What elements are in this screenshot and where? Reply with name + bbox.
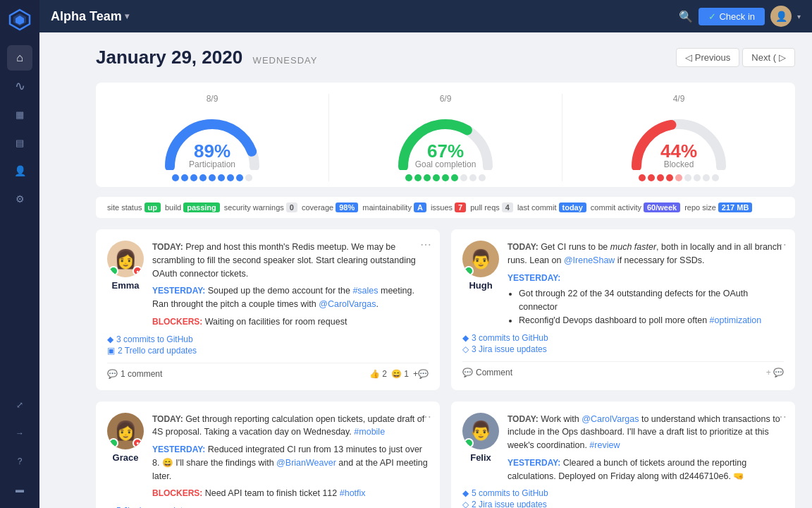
add-reaction[interactable]: +💬 [413,369,429,379]
blocked-count: 4/9 [673,94,685,104]
reactions-emma: 👍 2 😄 1 +💬 [369,369,429,379]
next-button[interactable]: Next ( ▷ [742,48,795,67]
card-menu-felix[interactable]: ⋯ [775,410,787,423]
sidebar-item-stats[interactable]: ▬ [7,477,32,502]
card-felix: ⋯ 👨 Felix TODAY: Work with @CarolVargas … [451,401,795,509]
goal-dots [405,174,486,181]
role-dot-grace: ● [133,438,142,448]
github-link-felix[interactable]: ◆ 5 commits to GitHub [462,488,784,498]
sidebar-item-help[interactable]: ? [7,449,32,474]
pull-reqs-badge: 4 [502,202,513,212]
previous-button[interactable]: ◁ Previous [676,48,740,67]
smile-reaction[interactable]: 😄 1 [391,369,409,379]
date-day: WEDNESDAY [253,55,318,66]
svg-text:44%: 44% [660,140,697,162]
card-menu-hugh[interactable]: ⋯ [775,238,787,251]
status-commit-activity: commit activity 60/week [591,202,680,212]
dropdown-arrow[interactable]: ▾ [125,11,129,21]
sidebar-item-forward[interactable]: → [7,421,32,446]
user-avatar[interactable]: 👤 [770,6,792,27]
github-link-emma[interactable]: ◆ 3 commits to GitHub [107,334,429,344]
sidebar-item-settings[interactable]: ⚙ [7,186,32,212]
sidebar-item-expand[interactable]: ⤢ [7,392,32,418]
links-felix: ◆ 5 commits to GitHub ◇ 2 Jira issue upd… [462,488,784,508]
last-commit-badge: today [559,202,586,212]
card-hugh: ⋯ 👨 Hugh TODAY: Get CI runs to be much f… [451,229,795,390]
sidebar-item-users[interactable]: 👤 [7,158,32,183]
date-header: January 29, 2020 WEDNESDAY ◁ Previous Ne… [96,47,795,68]
status-last-commit: last commit today [517,202,586,212]
card-header-felix: 👨 Felix TODAY: Work with @CarolVargas to… [462,413,784,483]
prev-icon: ◁ [685,52,692,63]
links-hugh: ◆ 3 commits to GitHub ◇ 3 Jira issue upd… [462,333,784,354]
add-reaction-hugh[interactable]: + 💬 [766,368,784,377]
comment-icon-hugh: 💬 [462,368,473,377]
footer-hugh: 💬 Comment + 💬 [462,361,784,377]
thumbsup-reaction[interactable]: 👍 2 [369,369,387,379]
checkin-button[interactable]: ✓ Check in [699,8,765,25]
svg-text:Blocked: Blocked [664,159,694,169]
card-grace: ⋯ 👩 ● Grace TODAY: Get through reporting… [96,401,440,509]
card-menu-emma[interactable]: ⋯ [420,238,431,251]
svg-text:89%: 89% [194,140,230,162]
sidebar: ⌂ ∿ ▦ ▤ 👤 ⚙ ⤢ → ? ▬ [0,0,39,508]
sidebar-item-team[interactable]: ▦ [7,102,32,127]
card-emma: ⋯ 👩 ● Emma TODAY: Prep and host this mon… [96,229,440,390]
build-badge: passing [183,202,220,212]
footer-emma: 💬 1 comment 👍 2 😄 1 +💬 [107,363,429,379]
sidebar-item-home[interactable]: ⌂ [7,45,32,71]
status-dot-hugh [464,266,474,276]
coverage-badge: 98% [336,202,358,212]
card-header-hugh: 👨 Hugh TODAY: Get CI runs to be much fas… [462,241,784,327]
github-link-hugh[interactable]: ◆ 3 commits to GitHub [462,333,784,343]
sidebar-item-activity[interactable]: ∿ [7,73,32,99]
body-grace: TODAY: Get through reporting calculation… [152,413,429,501]
cards-grid: ⋯ 👩 ● Emma TODAY: Prep and host this mon… [96,229,795,508]
comment-button-emma[interactable]: 💬 1 comment [107,369,162,379]
status-dot-emma [109,266,118,276]
check-icon: ✓ [708,11,716,22]
name-grace: Grace [113,452,139,463]
nav-buttons: ◁ Previous Next ( ▷ [676,48,795,67]
next-label: Next ( [751,52,776,63]
comment-button-hugh[interactable]: 💬 Comment [462,368,512,377]
participation-gauge: 8/9 89% Participation [96,94,329,181]
jira-icon-hugh: ◇ [462,344,469,354]
avatar-emma: 👩 ● [107,241,144,277]
jira-link-hugh[interactable]: ◇ 3 Jira issue updates [462,344,784,354]
name-emma: Emma [111,280,139,291]
goal-completion-gauge: 6/9 67% Goal completion [329,94,562,181]
status-site-status: site status up [107,202,161,212]
date-info: January 29, 2020 WEDNESDAY [96,47,317,68]
next-icon: ▷ [779,52,786,63]
topbar: Alpha Team ▾ 🔍 ✓ Check in 👤 ▾ [39,0,812,32]
issues-badge: 7 [455,202,466,212]
name-hugh: Hugh [469,280,492,291]
trello-icon-emma: ▣ [107,346,115,356]
svg-text:67%: 67% [427,140,464,162]
body-hugh: TODAY: Get CI runs to be much faster, bo… [508,241,784,327]
checkin-label: Check in [719,11,755,22]
card-menu-grace[interactable]: ⋯ [420,410,431,423]
body-emma: TODAY: Prep and host this month's Redis … [152,241,429,329]
svg-text:Participation: Participation [189,159,235,169]
goal-count: 6/9 [440,94,452,104]
team-title: Alpha Team ▾ [51,9,673,24]
card-header-emma: 👩 ● Emma TODAY: Prep and host this month… [107,241,429,329]
gauges-row: 8/9 89% Participation [96,83,795,187]
site-status-badge: up [144,202,161,212]
date-title: January 29, 2020 [96,47,242,68]
status-dot-felix [464,438,474,448]
jira-link-felix[interactable]: ◇ 2 Jira issue updates [462,500,784,508]
user-menu-arrow[interactable]: ▾ [797,13,801,20]
maintainability-badge: A [414,202,426,212]
search-icon[interactable]: 🔍 [679,10,693,23]
sidebar-item-reports[interactable]: ▤ [7,130,32,155]
github-icon-felix: ◆ [462,488,469,498]
status-repo-size: repo size 217 MB [684,202,752,212]
avatar-hugh: 👨 [462,241,499,277]
comment-icon-emma: 💬 [107,369,118,379]
status-dot-grace [109,438,118,448]
trello-link-emma[interactable]: ▣ 2 Trello card updates [107,346,429,356]
logo [8,8,31,34]
